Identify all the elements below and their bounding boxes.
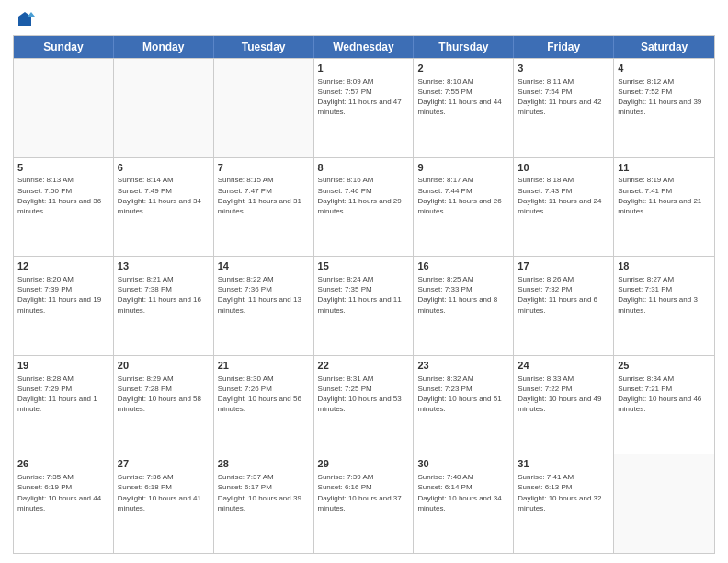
day-cell-6: 6Sunrise: 8:14 AMSunset: 7:49 PMDaylight… — [114, 158, 214, 257]
empty-cell — [14, 59, 114, 157]
day-number: 20 — [118, 359, 210, 373]
day-info: Sunrise: 8:29 AMSunset: 7:28 PMDaylight:… — [118, 373, 210, 415]
day-info: Sunrise: 8:26 AMSunset: 7:32 PMDaylight:… — [518, 274, 609, 316]
day-info: Sunrise: 8:19 AMSunset: 7:41 PMDaylight:… — [618, 175, 711, 216]
day-number: 29 — [318, 457, 410, 471]
day-cell-18: 18Sunrise: 8:27 AMSunset: 7:31 PMDayligh… — [614, 257, 714, 355]
day-number: 22 — [318, 359, 410, 373]
day-cell-15: 15Sunrise: 8:24 AMSunset: 7:35 PMDayligh… — [314, 257, 415, 355]
day-info: Sunrise: 8:28 AMSunset: 7:29 PMDaylight:… — [17, 373, 109, 415]
day-info: Sunrise: 7:37 AMSunset: 6:17 PMDaylight:… — [218, 472, 310, 513]
svg-marker-1 — [28, 12, 35, 17]
day-info: Sunrise: 8:14 AMSunset: 7:49 PMDaylight:… — [118, 175, 210, 216]
day-number: 10 — [518, 161, 609, 175]
day-info: Sunrise: 8:25 AMSunset: 7:33 PMDaylight:… — [417, 274, 509, 316]
day-info: Sunrise: 8:11 AMSunset: 7:54 PMDaylight:… — [518, 76, 609, 118]
day-number: 28 — [218, 457, 310, 471]
day-info: Sunrise: 8:33 AMSunset: 7:22 PMDaylight:… — [518, 373, 609, 415]
logo — [13, 9, 35, 29]
day-number: 16 — [417, 259, 509, 273]
day-info: Sunrise: 7:35 AMSunset: 6:19 PMDaylight:… — [17, 472, 109, 513]
header-cell-monday: Monday — [114, 36, 214, 58]
day-cell-21: 21Sunrise: 8:30 AMSunset: 7:26 PMDayligh… — [214, 356, 314, 454]
week-row-3: 12Sunrise: 8:20 AMSunset: 7:39 PMDayligh… — [14, 256, 714, 355]
day-cell-7: 7Sunrise: 8:15 AMSunset: 7:47 PMDaylight… — [214, 158, 314, 257]
header-cell-wednesday: Wednesday — [314, 36, 415, 58]
day-number: 12 — [17, 259, 109, 273]
header-cell-tuesday: Tuesday — [214, 36, 314, 58]
day-number: 1 — [318, 62, 410, 75]
day-info: Sunrise: 7:39 AMSunset: 6:16 PMDaylight:… — [318, 472, 410, 513]
day-info: Sunrise: 8:21 AMSunset: 7:38 PMDaylight:… — [118, 274, 210, 316]
svg-marker-0 — [18, 12, 31, 26]
empty-cell — [114, 59, 214, 157]
day-cell-2: 2Sunrise: 8:10 AMSunset: 7:55 PMDaylight… — [414, 59, 514, 157]
day-info: Sunrise: 8:18 AMSunset: 7:43 PMDaylight:… — [518, 175, 609, 216]
day-number: 26 — [17, 457, 109, 471]
day-info: Sunrise: 8:27 AMSunset: 7:31 PMDaylight:… — [618, 274, 711, 316]
day-cell-4: 4Sunrise: 8:12 AMSunset: 7:52 PMDaylight… — [614, 59, 714, 157]
day-cell-28: 28Sunrise: 7:37 AMSunset: 6:17 PMDayligh… — [214, 454, 314, 553]
day-number: 21 — [218, 359, 310, 373]
day-number: 14 — [218, 259, 310, 273]
day-number: 7 — [218, 161, 310, 175]
day-info: Sunrise: 8:34 AMSunset: 7:21 PMDaylight:… — [618, 373, 711, 415]
day-number: 4 — [618, 62, 711, 75]
day-cell-12: 12Sunrise: 8:20 AMSunset: 7:39 PMDayligh… — [14, 257, 114, 355]
day-number: 11 — [618, 161, 711, 175]
day-info: Sunrise: 8:16 AMSunset: 7:46 PMDaylight:… — [318, 175, 410, 216]
day-number: 25 — [618, 359, 711, 373]
day-cell-26: 26Sunrise: 7:35 AMSunset: 6:19 PMDayligh… — [14, 454, 114, 553]
day-cell-27: 27Sunrise: 7:36 AMSunset: 6:18 PMDayligh… — [114, 454, 214, 553]
header-cell-thursday: Thursday — [414, 36, 514, 58]
day-cell-13: 13Sunrise: 8:21 AMSunset: 7:38 PMDayligh… — [114, 257, 214, 355]
day-cell-23: 23Sunrise: 8:32 AMSunset: 7:23 PMDayligh… — [414, 356, 514, 454]
day-cell-14: 14Sunrise: 8:22 AMSunset: 7:36 PMDayligh… — [214, 257, 314, 355]
day-number: 3 — [518, 62, 609, 75]
day-info: Sunrise: 8:32 AMSunset: 7:23 PMDaylight:… — [417, 373, 509, 415]
day-info: Sunrise: 8:22 AMSunset: 7:36 PMDaylight:… — [218, 274, 310, 316]
day-cell-25: 25Sunrise: 8:34 AMSunset: 7:21 PMDayligh… — [614, 356, 714, 454]
day-info: Sunrise: 8:10 AMSunset: 7:55 PMDaylight:… — [417, 76, 509, 118]
day-number: 5 — [17, 161, 109, 175]
day-cell-29: 29Sunrise: 7:39 AMSunset: 6:16 PMDayligh… — [314, 454, 415, 553]
week-row-5: 26Sunrise: 7:35 AMSunset: 6:19 PMDayligh… — [14, 454, 714, 553]
day-cell-8: 8Sunrise: 8:16 AMSunset: 7:46 PMDaylight… — [314, 158, 415, 257]
day-cell-30: 30Sunrise: 7:40 AMSunset: 6:14 PMDayligh… — [414, 454, 514, 553]
day-info: Sunrise: 8:13 AMSunset: 7:50 PMDaylight:… — [17, 175, 109, 216]
calendar: SundayMondayTuesdayWednesdayThursdayFrid… — [13, 35, 715, 554]
day-number: 6 — [118, 161, 210, 175]
week-row-1: 1Sunrise: 8:09 AMSunset: 7:57 PMDaylight… — [14, 58, 714, 157]
day-info: Sunrise: 8:24 AMSunset: 7:35 PMDaylight:… — [318, 274, 410, 316]
calendar-header: SundayMondayTuesdayWednesdayThursdayFrid… — [14, 36, 714, 58]
day-info: Sunrise: 8:31 AMSunset: 7:25 PMDaylight:… — [318, 373, 410, 415]
day-cell-10: 10Sunrise: 8:18 AMSunset: 7:43 PMDayligh… — [514, 158, 614, 257]
day-number: 19 — [17, 359, 109, 373]
week-row-2: 5Sunrise: 8:13 AMSunset: 7:50 PMDaylight… — [14, 157, 714, 257]
day-cell-31: 31Sunrise: 7:41 AMSunset: 6:13 PMDayligh… — [514, 454, 614, 553]
day-cell-16: 16Sunrise: 8:25 AMSunset: 7:33 PMDayligh… — [414, 257, 514, 355]
day-cell-17: 17Sunrise: 8:26 AMSunset: 7:32 PMDayligh… — [514, 257, 614, 355]
day-cell-22: 22Sunrise: 8:31 AMSunset: 7:25 PMDayligh… — [314, 356, 415, 454]
day-number: 13 — [118, 259, 210, 273]
day-cell-19: 19Sunrise: 8:28 AMSunset: 7:29 PMDayligh… — [14, 356, 114, 454]
day-number: 18 — [618, 259, 711, 273]
day-info: Sunrise: 7:41 AMSunset: 6:13 PMDaylight:… — [518, 472, 609, 513]
day-number: 23 — [417, 359, 509, 373]
day-info: Sunrise: 8:17 AMSunset: 7:44 PMDaylight:… — [417, 175, 509, 216]
day-cell-5: 5Sunrise: 8:13 AMSunset: 7:50 PMDaylight… — [14, 158, 114, 257]
day-cell-1: 1Sunrise: 8:09 AMSunset: 7:57 PMDaylight… — [314, 59, 415, 157]
header-cell-saturday: Saturday — [614, 36, 714, 58]
day-number: 2 — [417, 62, 509, 75]
day-info: Sunrise: 8:20 AMSunset: 7:39 PMDaylight:… — [17, 274, 109, 316]
day-number: 24 — [518, 359, 609, 373]
day-info: Sunrise: 8:30 AMSunset: 7:26 PMDaylight:… — [218, 373, 310, 415]
day-cell-11: 11Sunrise: 8:19 AMSunset: 7:41 PMDayligh… — [614, 158, 714, 257]
day-number: 15 — [318, 259, 410, 273]
day-cell-24: 24Sunrise: 8:33 AMSunset: 7:22 PMDayligh… — [514, 356, 614, 454]
week-row-4: 19Sunrise: 8:28 AMSunset: 7:29 PMDayligh… — [14, 355, 714, 454]
calendar-body: 1Sunrise: 8:09 AMSunset: 7:57 PMDaylight… — [14, 58, 714, 553]
day-number: 17 — [518, 259, 609, 273]
day-cell-20: 20Sunrise: 8:29 AMSunset: 7:28 PMDayligh… — [114, 356, 214, 454]
header-cell-friday: Friday — [514, 36, 614, 58]
